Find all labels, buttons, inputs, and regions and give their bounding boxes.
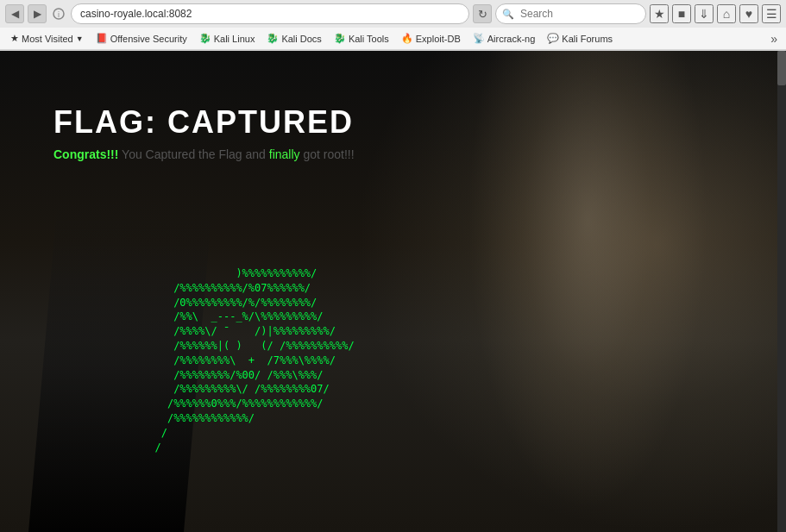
svg-text:i: i: [58, 10, 60, 19]
page-content: FLAG: CAPTURED Congrats!!! You Captured …: [0, 51, 786, 532]
finally-word: finally: [269, 147, 300, 161]
search-wrap: 🔍: [495, 3, 646, 24]
bookmark-kali-tools[interactable]: 🐉 Kali Tools: [329, 31, 394, 46]
search-input[interactable]: [495, 3, 646, 24]
congrats-word: Congrats!!!: [53, 147, 118, 161]
kali-tools-icon: 🐉: [334, 33, 346, 44]
bookmark-kali-forums[interactable]: 💬 Kali Forums: [542, 31, 618, 46]
bookmark-kali-linux[interactable]: 🐉 Kali Linux: [194, 31, 261, 46]
congrats-suffix: got root!!!: [300, 147, 355, 161]
forward-button[interactable]: ▶: [28, 4, 47, 23]
aircrack-icon: 📡: [473, 33, 485, 44]
kali-forums-icon: 💬: [547, 33, 559, 44]
bookmark-label: Aircrack-ng: [487, 34, 536, 44]
sync-button[interactable]: ♥: [739, 4, 758, 23]
scrollbar[interactable]: [777, 51, 786, 532]
download-button[interactable]: ⇓: [695, 4, 714, 23]
kali-docs-icon: 🐉: [267, 33, 279, 44]
bookmark-label: Kali Docs: [281, 34, 321, 44]
page-overlay: FLAG: CAPTURED Congrats!!! You Captured …: [0, 51, 786, 532]
offensive-security-icon: 📕: [96, 33, 108, 44]
bookmark-most-visited[interactable]: ★ Most Visited ▼: [5, 31, 89, 46]
pocket-button[interactable]: ■: [672, 4, 691, 23]
browser-chrome: ◀ ▶ i ↻ 🔍 ★ ■ ⇓ ⌂ ♥ ☰ ★ Most Visited ▼: [0, 0, 786, 51]
browser-toolbar: ◀ ▶ i ↻ 🔍 ★ ■ ⇓ ⌂ ♥ ☰: [0, 0, 786, 28]
bookmark-exploit-db[interactable]: 🔥 Exploit-DB: [396, 31, 466, 46]
reload-button[interactable]: ↻: [473, 4, 492, 23]
bookmark-label: Kali Tools: [349, 34, 389, 44]
bookmark-label: Offensive Security: [110, 34, 187, 44]
bookmarks-more-button[interactable]: »: [767, 32, 781, 46]
menu-button[interactable]: ☰: [762, 4, 781, 23]
ascii-art: )%%%%%%%%%%%/ /%%%%%%%%%%/%07%%%%%%/ /0%…: [86, 266, 355, 454]
bookmark-label: Exploit-DB: [416, 34, 461, 44]
congrats-middle: You Captured the Flag and: [118, 147, 268, 161]
chevron-down-icon: ▼: [76, 34, 84, 43]
bookmark-label: Kali Forums: [562, 34, 613, 44]
scrollbar-thumb[interactable]: [777, 51, 786, 85]
bookmark-offensive-security[interactable]: 📕 Offensive Security: [91, 31, 192, 46]
bookmark-label: Kali Linux: [214, 34, 255, 44]
page-background: FLAG: CAPTURED Congrats!!! You Captured …: [0, 51, 786, 532]
most-visited-icon: ★: [10, 33, 19, 44]
page-title: FLAG: CAPTURED: [53, 104, 354, 141]
browser-icons: ★ ■ ⇓ ⌂ ♥ ☰: [650, 4, 781, 23]
back-button[interactable]: ◀: [5, 4, 24, 23]
security-icon: i: [50, 5, 67, 22]
bookmarks-bar: ★ Most Visited ▼ 📕 Offensive Security 🐉 …: [0, 28, 786, 50]
bookmark-star-button[interactable]: ★: [650, 4, 669, 23]
bookmark-label: Most Visited: [22, 34, 73, 44]
search-icon: 🔍: [502, 9, 514, 20]
kali-linux-icon: 🐉: [199, 33, 211, 44]
bookmark-kali-docs[interactable]: 🐉 Kali Docs: [261, 31, 326, 46]
congrats-line: Congrats!!! You Captured the Flag and fi…: [53, 147, 355, 161]
bookmark-aircrack-ng[interactable]: 📡 Aircrack-ng: [468, 31, 541, 46]
address-bar[interactable]: [71, 3, 469, 24]
exploit-db-icon: 🔥: [401, 33, 413, 44]
home-button[interactable]: ⌂: [717, 4, 736, 23]
